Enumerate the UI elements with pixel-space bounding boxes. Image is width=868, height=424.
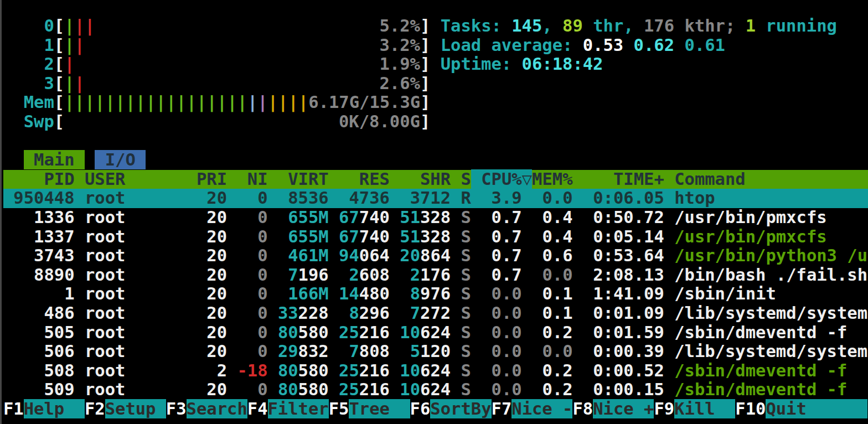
- meter-bar: |: [64, 54, 74, 74]
- load-average: Load average: 0.53 0.62 0.61: [441, 35, 725, 55]
- pri-cell: 20: [197, 380, 227, 399]
- cpu-cell: 0.0: [481, 361, 521, 380]
- fkey-f10-key[interactable]: F10: [735, 399, 766, 418]
- mem-value-low: 216: [359, 380, 390, 399]
- tab-main[interactable]: Main: [24, 150, 85, 169]
- pid-cell: 3743: [3, 246, 75, 265]
- meter-bar: |: [75, 74, 85, 93]
- fkey-f4-label[interactable]: Filter: [268, 399, 329, 418]
- tab-io[interactable]: I/O: [95, 150, 146, 169]
- pid-cell: 508: [3, 361, 75, 380]
- mem-value: 3712: [400, 188, 451, 208]
- meter-value: 2.6%: [379, 74, 420, 93]
- column-header-mem[interactable]: MEM%: [532, 169, 572, 189]
- tasks-summary-segment: 145: [512, 16, 542, 35]
- mem-value-high: 5: [400, 342, 420, 361]
- fkey-f5-key[interactable]: F5: [329, 399, 349, 418]
- fkey-f6-key[interactable]: F6: [410, 399, 431, 418]
- column-header-res[interactable]: RES: [339, 169, 390, 189]
- fkey-f1-key[interactable]: F1: [3, 399, 24, 418]
- process-row[interactable]: 509 root 20 0 80580 25216 10624 S 0.0 0.…: [3, 380, 868, 400]
- mem-value: 461M: [278, 246, 329, 265]
- meter-open-bracket: [: [54, 112, 64, 131]
- mem-value-high: 2: [400, 265, 420, 285]
- pri-cell: 20: [197, 342, 227, 361]
- ni-cell: 0: [237, 323, 267, 342]
- mem-cell: 0.0: [532, 342, 572, 361]
- mem-cell: 0.0: [532, 265, 572, 285]
- column-header-shr[interactable]: SHR: [400, 169, 451, 189]
- fkey-f4-key[interactable]: F4: [247, 399, 268, 418]
- meter-label: 1: [3, 35, 54, 55]
- state-cell: S: [461, 284, 471, 303]
- process-row[interactable]: 508 root 2 -18 80580 25216 10624 S 0.0 0…: [3, 361, 868, 381]
- command-cell: /sbin/dmeventd -f: [674, 380, 867, 399]
- fkey-f5-label[interactable]: Tree: [349, 399, 410, 418]
- mem-value: 4736: [339, 188, 390, 208]
- state-cell: S: [461, 303, 471, 323]
- mem-value-high: 25: [339, 361, 359, 380]
- process-row[interactable]: 8890 root 20 0 7196 2608 2176 S 0.7 0.0 …: [3, 266, 868, 285]
- meter-bar: |: [75, 92, 85, 112]
- meter-bar: |: [278, 92, 288, 112]
- ni-cell: 0: [237, 188, 267, 208]
- cpu-meter-0: 0[||| 5.2%] Tasks: 145, 89 thr, 176 kthr…: [3, 17, 868, 36]
- column-header-ni[interactable]: NI: [237, 169, 267, 189]
- process-row[interactable]: 1 root 20 0 166M 14480 8976 S 0.0 0.1 1:…: [3, 285, 868, 304]
- meter-open-bracket: [: [54, 35, 64, 55]
- column-header-time[interactable]: TIME+: [583, 169, 664, 189]
- column-header-state[interactable]: S: [461, 169, 471, 189]
- cpu-cell: 0.0: [481, 342, 521, 361]
- fkey-f7-key[interactable]: F7: [492, 399, 512, 418]
- meter-bar: |: [64, 35, 74, 55]
- mem-value-low: 740: [359, 208, 390, 227]
- process-row[interactable]: 1336 root 20 0 655M 67740 51328 S 0.7 0.…: [3, 208, 868, 227]
- column-header-user[interactable]: USER: [85, 169, 187, 189]
- column-header-pri[interactable]: PRI: [197, 169, 227, 189]
- mem-value-high: 51: [400, 227, 420, 246]
- process-row[interactable]: 486 root 20 0 33228 8296 7272 S 0.0 0.1 …: [3, 304, 868, 323]
- meter-close-bracket: ]: [420, 54, 430, 74]
- time-cell: 0:00.39: [583, 342, 664, 361]
- fkey-f3-key[interactable]: F3: [166, 399, 187, 418]
- mem-value-low: 624: [420, 361, 451, 380]
- column-header-command[interactable]: Command: [674, 169, 867, 189]
- meter-close-bracket: ]: [420, 92, 430, 112]
- process-row[interactable]: 3743 root 20 0 461M 94064 20864 S 0.7 0.…: [3, 246, 868, 266]
- meter-close-bracket: ]: [420, 112, 430, 131]
- column-header-virt[interactable]: VIRT: [278, 169, 329, 189]
- mem-value-high: 80: [278, 380, 298, 399]
- meter-bar: |: [227, 92, 237, 112]
- user-cell: root: [85, 265, 187, 285]
- fkey-f2-label[interactable]: Setup: [105, 399, 166, 418]
- mem-value-high: 14: [339, 284, 359, 303]
- column-header-pid[interactable]: PID: [3, 169, 75, 189]
- process-row[interactable]: 505 root 20 0 80580 25216 10624 S 0.0 0.…: [3, 323, 868, 343]
- fkey-f8-key[interactable]: F8: [572, 399, 593, 418]
- state-cell: S: [461, 265, 471, 285]
- process-row[interactable]: 506 root 20 0 29832 7808 5120 S 0.0 0.0 …: [3, 342, 868, 361]
- meter-bar: |: [247, 92, 257, 112]
- cpu-cell: 0.7: [481, 246, 521, 265]
- tasks-summary-segment: running: [756, 16, 837, 35]
- column-header-cpu-sorted[interactable]: CPU%▽: [471, 169, 532, 189]
- mem-cell: 0.2: [532, 323, 572, 342]
- fkey-f9-key[interactable]: F9: [654, 399, 674, 418]
- process-row[interactable]: 1337 root 20 0 655M 67740 51328 S 0.7 0.…: [3, 227, 868, 247]
- fkey-f8-label[interactable]: Nice +: [593, 399, 654, 418]
- mem-value-high: 29: [278, 342, 298, 361]
- fkey-f3-label[interactable]: Search: [187, 399, 247, 418]
- fkey-f7-label[interactable]: Nice -: [512, 399, 572, 418]
- mem-value-high: 67: [339, 227, 359, 246]
- pid-cell: 1336: [3, 208, 75, 227]
- fkey-f2-key[interactable]: F2: [85, 399, 105, 418]
- time-cell: 0:06.05: [583, 188, 664, 208]
- fkey-f9-label[interactable]: Kill: [674, 399, 735, 418]
- mem-value-low: 608: [359, 265, 390, 285]
- mem-value-low: 064: [359, 246, 390, 265]
- process-row-selected[interactable]: 950448 root 20 0 8536 4736 3712 R 3.9 0.…: [3, 189, 868, 208]
- fkey-f6-label[interactable]: SortBy: [430, 399, 491, 418]
- fkey-f10-label[interactable]: Quit: [766, 399, 867, 418]
- load-average-segment: [674, 35, 684, 55]
- fkey-f1-label[interactable]: Help: [24, 399, 85, 418]
